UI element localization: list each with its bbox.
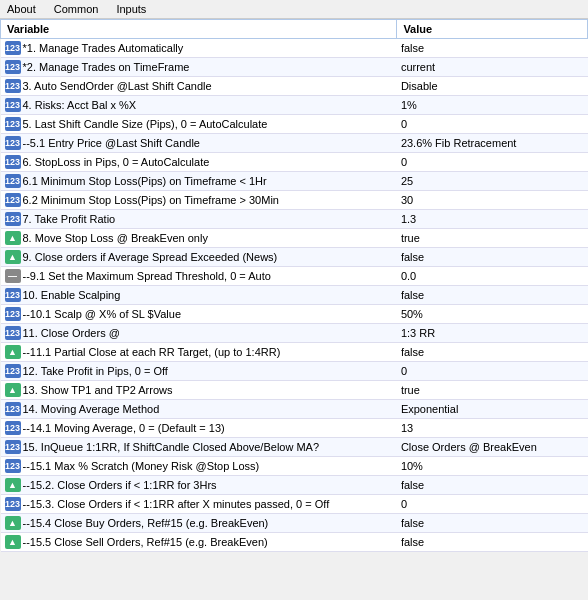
table-row: 1234. Risks: Acct Bal x %X1%	[1, 96, 588, 115]
variable-cell: ▲--11.1 Partial Close at each RR Target,…	[1, 343, 397, 362]
variable-name: 10. Enable Scalping	[23, 289, 121, 301]
value-cell: 1%	[397, 96, 588, 115]
row-icon: 123	[5, 117, 21, 131]
row-icon: ▲	[5, 345, 21, 359]
table-row: 1233. Auto SendOrder @Last Shift CandleD…	[1, 77, 588, 96]
menu-common[interactable]: Common	[51, 2, 102, 16]
variable-name: 15. InQueue 1:1RR, If ShiftCandle Closed…	[23, 441, 320, 453]
variable-name: --15.4 Close Buy Orders, Ref#15 (e.g. Br…	[23, 517, 269, 529]
variable-cell: ▲8. Move Stop Loss @ BreakEven only	[1, 229, 397, 248]
row-icon: 123	[5, 326, 21, 340]
value-cell: current	[397, 58, 588, 77]
row-icon: ▲	[5, 478, 21, 492]
row-icon: —	[5, 269, 21, 283]
table-row: 123*1. Manage Trades Automaticallyfalse	[1, 39, 588, 58]
variable-cell: 123--14.1 Moving Average, 0 = (Default =…	[1, 419, 397, 438]
row-icon: ▲	[5, 516, 21, 530]
table-row: 12311. Close Orders @1:3 RR	[1, 324, 588, 343]
row-icon: ▲	[5, 535, 21, 549]
variable-cell: 1236.1 Minimum Stop Loss(Pips) on Timefr…	[1, 172, 397, 191]
row-icon: 123	[5, 193, 21, 207]
variable-name: --10.1 Scalp @ X% of SL $Value	[23, 308, 182, 320]
table-row: 123--5.1 Entry Price @Last Shift Candle2…	[1, 134, 588, 153]
table-row: 1235. Last Shift Candle Size (Pips), 0 =…	[1, 115, 588, 134]
table-row: 12315. InQueue 1:1RR, If ShiftCandle Clo…	[1, 438, 588, 457]
table-row: 1236.2 Minimum Stop Loss(Pips) on Timefr…	[1, 191, 588, 210]
variable-name: --14.1 Moving Average, 0 = (Default = 13…	[23, 422, 225, 434]
variable-name: *1. Manage Trades Automatically	[23, 42, 184, 54]
value-cell: true	[397, 229, 588, 248]
menu-about[interactable]: About	[4, 2, 39, 16]
variable-cell: 1235. Last Shift Candle Size (Pips), 0 =…	[1, 115, 397, 134]
row-icon: 123	[5, 79, 21, 93]
variable-name: --11.1 Partial Close at each RR Target, …	[23, 346, 281, 358]
row-icon: 123	[5, 402, 21, 416]
col-header-variable: Variable	[1, 20, 397, 39]
value-cell: 30	[397, 191, 588, 210]
variable-cell: 12310. Enable Scalping	[1, 286, 397, 305]
table-row: 1236. StopLoss in Pips, 0 = AutoCalculat…	[1, 153, 588, 172]
row-icon: ▲	[5, 383, 21, 397]
variable-name: --15.3. Close Orders if < 1:1RR after X …	[23, 498, 330, 510]
variable-cell: 123*2. Manage Trades on TimeFrame	[1, 58, 397, 77]
row-icon: 123	[5, 364, 21, 378]
row-icon: 123	[5, 497, 21, 511]
row-icon: 123	[5, 212, 21, 226]
row-icon: ▲	[5, 231, 21, 245]
variable-name: 4. Risks: Acct Bal x %X	[23, 99, 137, 111]
value-cell: 0.0	[397, 267, 588, 286]
variable-cell: 12314. Moving Average Method	[1, 400, 397, 419]
variable-cell: 123*1. Manage Trades Automatically	[1, 39, 397, 58]
row-icon: 123	[5, 307, 21, 321]
variable-name: --5.1 Entry Price @Last Shift Candle	[23, 137, 200, 149]
menu-inputs[interactable]: Inputs	[113, 2, 149, 16]
variable-cell: 1236.2 Minimum Stop Loss(Pips) on Timefr…	[1, 191, 397, 210]
variable-cell: 123--15.1 Max % Scratch (Money Risk @Sto…	[1, 457, 397, 476]
variable-cell: 1234. Risks: Acct Bal x %X	[1, 96, 397, 115]
variable-cell: —--9.1 Set the Maximum Spread Threshold,…	[1, 267, 397, 286]
variable-name: *2. Manage Trades on TimeFrame	[23, 61, 190, 73]
value-cell: 0	[397, 362, 588, 381]
variable-name: 5. Last Shift Candle Size (Pips), 0 = Au…	[23, 118, 268, 130]
variable-name: 8. Move Stop Loss @ BreakEven only	[23, 232, 208, 244]
value-cell: false	[397, 39, 588, 58]
table-row: ▲--11.1 Partial Close at each RR Target,…	[1, 343, 588, 362]
value-cell: 23.6% Fib Retracement	[397, 134, 588, 153]
variable-cell: ▲--15.5 Close Sell Orders, Ref#15 (e.g. …	[1, 533, 397, 552]
table-row: 123--15.1 Max % Scratch (Money Risk @Sto…	[1, 457, 588, 476]
variable-cell: ▲9. Close orders if Average Spread Excee…	[1, 248, 397, 267]
variable-name: 9. Close orders if Average Spread Exceed…	[23, 251, 278, 263]
variable-cell: ▲--15.2. Close Orders if < 1:1RR for 3Hr…	[1, 476, 397, 495]
value-cell: 1.3	[397, 210, 588, 229]
table-row: ▲8. Move Stop Loss @ BreakEven onlytrue	[1, 229, 588, 248]
variable-cell: 123--5.1 Entry Price @Last Shift Candle	[1, 134, 397, 153]
variable-name: 6.1 Minimum Stop Loss(Pips) on Timeframe…	[23, 175, 267, 187]
row-icon: ▲	[5, 250, 21, 264]
table-row: 12310. Enable Scalpingfalse	[1, 286, 588, 305]
table-row: 123--10.1 Scalp @ X% of SL $Value50%	[1, 305, 588, 324]
value-cell: 0	[397, 115, 588, 134]
row-icon: 123	[5, 421, 21, 435]
variable-cell: ▲13. Show TP1 and TP2 Arrows	[1, 381, 397, 400]
row-icon: 123	[5, 136, 21, 150]
variable-name: 14. Moving Average Method	[23, 403, 160, 415]
value-cell: false	[397, 248, 588, 267]
table-row: ▲--15.5 Close Sell Orders, Ref#15 (e.g. …	[1, 533, 588, 552]
variable-cell: 1237. Take Profit Ratio	[1, 210, 397, 229]
variable-cell: 12311. Close Orders @	[1, 324, 397, 343]
variable-cell: 12312. Take Profit in Pips, 0 = Off	[1, 362, 397, 381]
variable-cell: 123--10.1 Scalp @ X% of SL $Value	[1, 305, 397, 324]
row-icon: 123	[5, 440, 21, 454]
variable-name: --15.5 Close Sell Orders, Ref#15 (e.g. B…	[23, 536, 268, 548]
variable-name: --9.1 Set the Maximum Spread Threshold, …	[23, 270, 271, 282]
table-row: ▲9. Close orders if Average Spread Excee…	[1, 248, 588, 267]
table-container: Variable Value 123*1. Manage Trades Auto…	[0, 19, 588, 552]
value-cell: 0	[397, 495, 588, 514]
variable-cell: 123--15.3. Close Orders if < 1:1RR after…	[1, 495, 397, 514]
row-icon: 123	[5, 459, 21, 473]
variable-name: 6.2 Minimum Stop Loss(Pips) on Timeframe…	[23, 194, 279, 206]
value-cell: Disable	[397, 77, 588, 96]
value-cell: false	[397, 476, 588, 495]
value-cell: 10%	[397, 457, 588, 476]
row-icon: 123	[5, 155, 21, 169]
